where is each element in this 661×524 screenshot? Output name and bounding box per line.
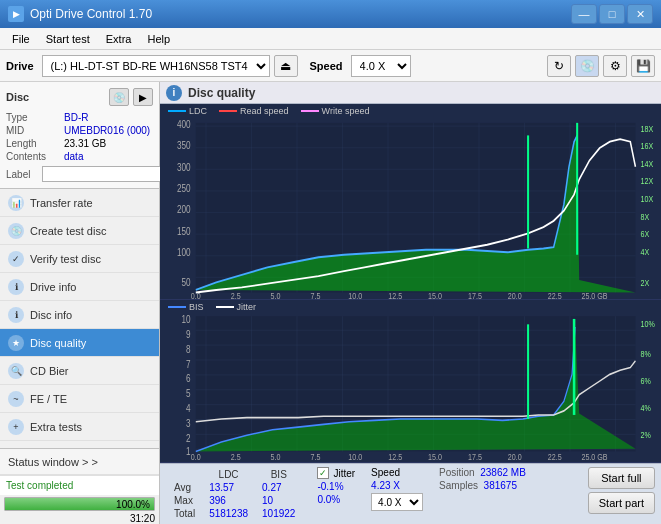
svg-text:12.5: 12.5: [388, 291, 402, 299]
svg-text:4: 4: [186, 402, 191, 414]
disc-section-label: Disc: [6, 91, 29, 103]
save-button[interactable]: 💾: [631, 55, 655, 77]
status-window-label: Status window > >: [8, 456, 98, 468]
start-full-button[interactable]: Start full: [588, 467, 655, 489]
stats-max-ldc: 396: [203, 495, 254, 506]
disc-quality-header: i Disc quality: [160, 82, 661, 104]
svg-text:0.0: 0.0: [191, 450, 201, 461]
time-label: 31:20: [0, 513, 159, 524]
disc-quality-title: Disc quality: [188, 86, 255, 100]
svg-text:14X: 14X: [641, 159, 654, 169]
svg-text:10%: 10%: [641, 318, 656, 329]
sidebar-item-drive-info[interactable]: ℹ Drive info: [0, 273, 159, 301]
sidebar-item-disc-quality[interactable]: ★ Disc quality: [0, 329, 159, 357]
bottom-chart: BIS Jitter 10 9 8 7 6: [160, 300, 661, 463]
svg-text:15.0: 15.0: [428, 291, 442, 299]
sidebar-item-disc-info[interactable]: ℹ Disc info: [0, 301, 159, 329]
menu-file[interactable]: File: [4, 31, 38, 47]
disc-info-icon: ℹ: [8, 307, 24, 323]
sidebar-item-create-test-disc[interactable]: 💿 Create test disc: [0, 217, 159, 245]
stats-header-ldc: LDC: [203, 469, 254, 480]
jitter-checkbox[interactable]: ✓: [317, 467, 329, 479]
svg-text:6: 6: [186, 372, 191, 384]
burn-button[interactable]: 💿: [575, 55, 599, 77]
speed-avg: 4.23 X: [371, 480, 423, 491]
minimize-button[interactable]: —: [571, 4, 597, 24]
disc-quality-icon: ★: [8, 335, 24, 351]
extra-tests-icon: +: [8, 419, 24, 435]
sidebar-item-cd-bier[interactable]: 🔍 CD Bier: [0, 357, 159, 385]
nav-label-transfer-rate: Transfer rate: [30, 197, 93, 209]
drive-label: Drive: [6, 60, 34, 72]
svg-text:300: 300: [177, 162, 191, 173]
nav-label-create-test-disc: Create test disc: [30, 225, 106, 237]
bottom-legend: BIS Jitter: [168, 302, 256, 312]
cd-bier-icon: 🔍: [8, 363, 24, 379]
samples-val: 381675: [484, 480, 517, 491]
position-val: 23862 MB: [480, 467, 526, 478]
top-legend: LDC Read speed Write speed: [168, 106, 369, 116]
nav-label-fe-te: FE / TE: [30, 393, 67, 405]
toolbar: Drive (L:) HL-DT-ST BD-RE WH16NS58 TST4 …: [0, 50, 661, 82]
svg-text:100: 100: [177, 247, 191, 258]
sidebar-item-fe-te[interactable]: ~ FE / TE: [0, 385, 159, 413]
nav-label-disc-quality: Disc quality: [30, 337, 86, 349]
menu-start-test[interactable]: Start test: [38, 31, 98, 47]
speed-select-stats[interactable]: 4.0 X: [371, 493, 423, 511]
top-chart: LDC Read speed Write speed 400 350: [160, 104, 661, 300]
progress-bar-container: 100.0%: [4, 497, 155, 511]
drive-select[interactable]: (L:) HL-DT-ST BD-RE WH16NS58 TST4: [42, 55, 270, 77]
create-test-disc-icon: 💿: [8, 223, 24, 239]
svg-text:7.5: 7.5: [310, 450, 320, 461]
disc-icon-btn2[interactable]: ▶: [133, 88, 153, 106]
svg-text:8%: 8%: [641, 348, 652, 359]
app-icon: ▶: [8, 6, 24, 22]
disc-contents-row: Contents data: [6, 151, 153, 162]
bottom-chart-svg: 10 9 8 7 6 5 4 3 2 1 10% 8% 6% 4% 2%: [160, 300, 661, 462]
svg-text:4X: 4X: [641, 247, 650, 257]
svg-text:3: 3: [186, 417, 191, 429]
close-button[interactable]: ✕: [627, 4, 653, 24]
disc-icon-btn1[interactable]: 💿: [109, 88, 129, 106]
window-controls: — □ ✕: [571, 4, 653, 24]
charts-container: LDC Read speed Write speed 400 350: [160, 104, 661, 524]
position-key: Position: [439, 467, 477, 478]
verify-test-disc-icon: ✓: [8, 251, 24, 267]
svg-text:20.0: 20.0: [508, 450, 522, 461]
svg-text:250: 250: [177, 183, 191, 194]
settings-button[interactable]: ⚙: [603, 55, 627, 77]
svg-text:150: 150: [177, 226, 191, 237]
top-chart-svg: 400 350 300 250 200 150 100 50 18X 16X 1…: [160, 104, 661, 299]
stats-total-bis: 101922: [256, 508, 301, 519]
menu-extra[interactable]: Extra: [98, 31, 140, 47]
nav-label-extra-tests: Extra tests: [30, 421, 82, 433]
sidebar-item-extra-tests[interactable]: + Extra tests: [0, 413, 159, 441]
svg-text:10: 10: [182, 313, 191, 325]
stats-max-bis: 10: [256, 495, 301, 506]
nav-label-drive-info: Drive info: [30, 281, 76, 293]
status-window-item[interactable]: Status window > >: [0, 449, 159, 475]
svg-text:17.5: 17.5: [468, 450, 482, 461]
svg-text:2.5: 2.5: [231, 291, 241, 299]
eject-button[interactable]: ⏏: [274, 55, 298, 77]
nav-label-verify-test-disc: Verify test disc: [30, 253, 101, 265]
disc-mid-row: MID UMEBDR016 (000): [6, 125, 153, 136]
progress-label: 100.0%: [116, 498, 150, 511]
svg-text:8X: 8X: [641, 212, 650, 222]
sidebar-item-verify-test-disc[interactable]: ✓ Verify test disc: [0, 245, 159, 273]
stats-total-label: Total: [168, 508, 201, 519]
menu-help[interactable]: Help: [139, 31, 178, 47]
start-part-button[interactable]: Start part: [588, 492, 655, 514]
stats-bar: LDC BIS Avg 13.57 0.27 Max 396: [160, 463, 661, 524]
svg-text:25.0 GB: 25.0 GB: [581, 450, 608, 461]
svg-text:7: 7: [186, 357, 191, 369]
sidebar-item-transfer-rate[interactable]: 📊 Transfer rate: [0, 189, 159, 217]
speed-avg-val: 4.23 X: [371, 480, 400, 491]
disc-contents-key: Contents: [6, 151, 64, 162]
maximize-button[interactable]: □: [599, 4, 625, 24]
svg-text:10.0: 10.0: [348, 450, 362, 461]
disc-label-input[interactable]: [42, 166, 175, 182]
speed-select[interactable]: 4.0 X: [351, 55, 411, 77]
refresh-button[interactable]: ↻: [547, 55, 571, 77]
svg-text:22.5: 22.5: [548, 450, 562, 461]
